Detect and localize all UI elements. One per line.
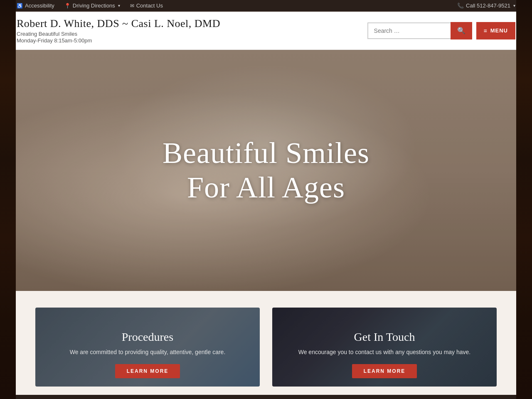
site-branding: Robert D. White, DDS ~ Casi L. Noel, DMD…	[17, 17, 220, 44]
envelope-icon: ✉	[130, 3, 134, 9]
driving-directions-link[interactable]: 📍 Driving Directions ▾	[64, 2, 120, 9]
hero-headline-line1: Beautiful Smiles	[163, 136, 369, 170]
site-header: Robert D. White, DDS ~ Casi L. Noel, DMD…	[0, 12, 532, 50]
hero-section: Beautiful Smiles For All Ages	[0, 50, 532, 291]
contact-card: Get In Touch We encourage you to contact…	[272, 308, 497, 387]
hero-text: Beautiful Smiles For All Ages	[163, 136, 369, 205]
search-icon: 🔍	[457, 27, 466, 34]
left-wood-border	[0, 0, 16, 399]
top-navigation: ♿ Accessibility 📍 Driving Directions ▾ ✉…	[0, 0, 532, 12]
procedures-card-description: We are committed to providing quality, a…	[44, 348, 251, 357]
phone-icon: 📞	[457, 2, 464, 9]
contact-card-description: We encourage you to contact us with any …	[281, 348, 488, 357]
procedures-card-title: Procedures	[44, 330, 251, 344]
call-label: Call 512-847-9521	[466, 2, 510, 9]
right-wood-border	[516, 0, 532, 399]
accessibility-link[interactable]: ♿ Accessibility	[17, 2, 54, 9]
search-input[interactable]	[367, 22, 451, 39]
procedures-card-content: Procedures We are committed to providing…	[35, 330, 260, 378]
hamburger-icon: ≡	[484, 27, 488, 34]
location-icon: 📍	[64, 3, 71, 9]
contact-label: Contact Us	[136, 2, 163, 9]
hero-headline: Beautiful Smiles For All Ages	[163, 136, 369, 205]
site-hours: Monday-Friday 8:15am-5:00pm	[17, 37, 220, 44]
hero-headline-line2: For All Ages	[187, 171, 345, 204]
menu-button[interactable]: ≡ MENU	[476, 22, 515, 39]
directions-chevron: ▾	[118, 3, 120, 8]
contact-learn-more-button[interactable]: LEARN MORE	[352, 364, 417, 378]
procedures-card: Procedures We are committed to providing…	[35, 308, 260, 387]
contact-card-title: Get In Touch	[281, 330, 488, 344]
procedures-learn-more-button[interactable]: LEARN MORE	[115, 364, 180, 378]
call-chevron: ▾	[513, 3, 515, 8]
site-title: Robert D. White, DDS ~ Casi L. Noel, DMD	[17, 17, 220, 30]
call-link[interactable]: 📞 Call 512-847-9521 ▾	[457, 2, 515, 9]
accessibility-label: Accessibility	[25, 2, 54, 9]
header-right: 🔍 ≡ MENU	[367, 22, 515, 39]
accessibility-icon: ♿	[17, 3, 23, 9]
menu-label: MENU	[490, 27, 508, 34]
site-tagline: Creating Beautiful Smiles	[17, 31, 220, 37]
search-button[interactable]: 🔍	[451, 22, 472, 39]
contact-us-link[interactable]: ✉ Contact Us	[130, 2, 163, 9]
contact-card-content: Get In Touch We encourage you to contact…	[272, 330, 497, 378]
top-bar-left-links: ♿ Accessibility 📍 Driving Directions ▾ ✉…	[17, 2, 163, 9]
directions-label: Driving Directions	[73, 2, 115, 9]
search-form: 🔍	[367, 22, 472, 39]
cards-section: Procedures We are committed to providing…	[0, 291, 532, 395]
